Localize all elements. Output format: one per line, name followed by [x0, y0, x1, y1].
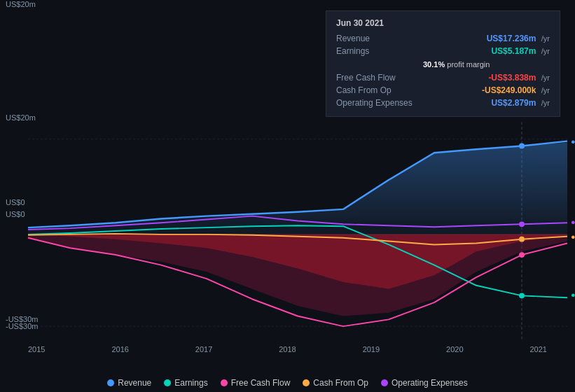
chart-legend: Revenue Earnings Free Cash Flow Cash Fro… [0, 374, 575, 392]
chart-svg: ● ● ● ● [0, 108, 575, 354]
revenue-unit: /yr [541, 34, 550, 43]
revenue-value: US$17.236m [487, 34, 536, 43]
cashop-label: Cash From Op [336, 85, 420, 95]
fcf-unit: /yr [541, 74, 550, 82]
legend-item-fcf[interactable]: Free Cash Flow [221, 378, 291, 388]
x-label-2018: 2018 [279, 345, 296, 354]
svg-text:●: ● [571, 137, 575, 146]
info-row-revenue: Revenue US$17.236m /yr [336, 32, 550, 45]
legend-label-earnings: Earnings [174, 378, 207, 388]
x-label-2016: 2016 [111, 345, 128, 354]
legend-label-revenue: Revenue [118, 378, 151, 388]
chart-area: ● ● ● ● [0, 108, 575, 354]
cashop-unit: /yr [541, 86, 550, 94]
legend-label-opex: Operating Expenses [392, 378, 468, 388]
legend-dot-revenue [107, 379, 114, 386]
profit-margin: 30.1% profit margin [423, 60, 490, 69]
earnings-label: Earnings [336, 46, 420, 56]
opex-value: US$2.879m [491, 98, 536, 108]
svg-text:●: ● [571, 232, 575, 241]
earnings-value: US$5.187m [491, 46, 536, 56]
x-axis: 2015 2016 2017 2018 2019 2020 2021 [11, 345, 564, 354]
legend-item-opex[interactable]: Operating Expenses [381, 378, 468, 388]
legend-item-revenue[interactable]: Revenue [107, 378, 151, 388]
revenue-label: Revenue [336, 34, 420, 43]
legend-dot-cashop [303, 379, 310, 386]
info-row-cashop: Cash From Op -US$249.000k /yr [336, 84, 550, 97]
svg-point-8 [519, 252, 525, 258]
x-label-2017: 2017 [195, 345, 212, 354]
earnings-unit: /yr [541, 47, 550, 55]
info-row-opex: Operating Expenses US$2.879m /yr [336, 97, 550, 109]
info-row-fcf: Free Cash Flow -US$3.838m /yr [336, 71, 550, 84]
opex-label: Operating Expenses [336, 98, 420, 108]
y-label-0: US$0 [6, 198, 25, 206]
legend-item-earnings[interactable]: Earnings [164, 378, 207, 388]
opex-unit: /yr [541, 99, 550, 107]
svg-point-4 [519, 144, 525, 149]
fcf-label: Free Cash Flow [336, 73, 420, 83]
legend-label-cashop: Cash From Op [313, 378, 368, 388]
tooltip-date: Jun 30 2021 [336, 18, 550, 28]
x-label-2021: 2021 [529, 345, 546, 354]
y-label-top: US$20m [6, 0, 36, 8]
tooltip-box: Jun 30 2021 Revenue US$17.236m /yr Earni… [326, 10, 560, 117]
svg-point-5 [519, 293, 525, 298]
legend-label-fcf: Free Cash Flow [231, 378, 291, 388]
legend-dot-fcf [221, 379, 228, 386]
legend-item-cashop[interactable]: Cash From Op [303, 378, 368, 388]
legend-dot-earnings [164, 379, 171, 386]
cashop-value: -US$249.000k [482, 85, 536, 95]
legend-dot-opex [381, 379, 388, 386]
x-label-2019: 2019 [363, 345, 380, 354]
y-label-20m: US$20m [6, 113, 36, 122]
y-label-neg30m: -US$30m [6, 322, 38, 330]
x-label-2015: 2015 [28, 345, 45, 354]
svg-point-6 [519, 221, 525, 227]
x-label-2020: 2020 [446, 345, 463, 354]
fcf-value: -US$3.838m [488, 73, 536, 83]
svg-point-7 [519, 237, 525, 242]
svg-text:●: ● [571, 290, 575, 299]
info-row-earnings: Earnings US$5.187m /yr [336, 45, 550, 57]
svg-text:●: ● [571, 218, 575, 226]
